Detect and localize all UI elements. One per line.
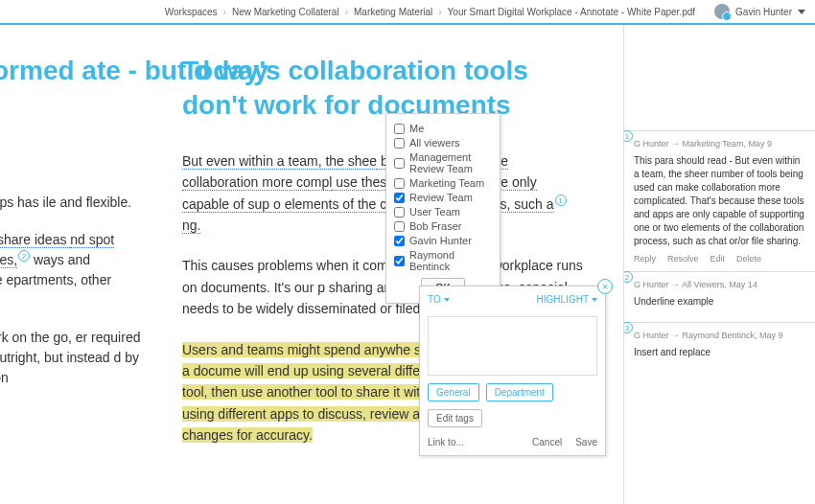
left-column-fragment: l-based apps has ile and flexible. reate… <box>0 193 148 405</box>
save-button[interactable]: Save <box>575 437 597 447</box>
annotation-badge[interactable]: 1 <box>624 130 633 142</box>
comments-sidebar: 1G Hunter → Marketing Team, May 9This pa… <box>623 25 815 504</box>
underlined-text[interactable]: reate and share ideas <box>0 232 70 248</box>
chevron-down-icon <box>798 10 805 14</box>
close-icon[interactable]: × <box>597 279 613 294</box>
comment-body: Underline example <box>634 295 805 309</box>
reviewer-checkbox[interactable] <box>394 193 405 203</box>
heading-left-fragment: nsformed ate - but d way <box>0 54 268 88</box>
reviewer-checkbox[interactable] <box>394 221 405 232</box>
edit-tags-button[interactable]: Edit tags <box>428 409 482 427</box>
reviewer-option[interactable]: Raymond Bentinck <box>394 249 492 272</box>
breadcrumb-item[interactable]: Marketing Material <box>354 7 432 17</box>
link-to-button[interactable]: Link to... <box>428 437 464 447</box>
breadcrumb-item[interactable]: New Marketing Collateral <box>232 7 339 17</box>
reviewer-label: Management Review Team <box>409 151 492 174</box>
to-dropdown[interactable]: TO <box>428 294 450 305</box>
comment-item[interactable]: 1G Hunter → Marketing Team, May 9This pa… <box>624 130 815 271</box>
chevron-down-icon <box>592 298 597 302</box>
breadcrumbs: Workspaces›New Marketing Collateral›Mark… <box>10 7 714 17</box>
text: l-based apps has <box>0 195 43 210</box>
comment-action-reply[interactable]: Reply <box>634 254 656 263</box>
reviewer-label: All viewers <box>409 137 460 149</box>
reviewer-option[interactable]: Gavin Hunter <box>394 235 492 246</box>
annotation-badge[interactable]: 3 <box>624 322 633 333</box>
breadcrumb-item[interactable]: Workspaces <box>165 7 218 17</box>
reviewer-label: Bob Fraser <box>409 220 461 232</box>
tag-department[interactable]: Department <box>486 383 553 401</box>
comment-item[interactable]: 3G Hunter → Raymond Bentinck, May 9Inser… <box>624 322 815 373</box>
annotation-popup: × TO HIGHLIGHT General Department Edit t… <box>419 286 606 456</box>
annotation-textarea[interactable] <box>428 316 597 376</box>
tag-general[interactable]: General <box>428 383 479 401</box>
annotation-badge[interactable]: 2 <box>18 250 30 262</box>
text: es can work on the go, er required to sp… <box>0 328 148 388</box>
user-name: Gavin Hunter <box>735 7 792 17</box>
comment-body: Insert and replace <box>634 346 805 359</box>
underlined-text[interactable]: But even within a team, the shee <box>182 153 377 170</box>
cancel-button[interactable]: Cancel <box>532 437 562 447</box>
top-bar: Workspaces›New Marketing Collateral›Mark… <box>0 0 815 25</box>
reviewer-option[interactable]: Review Team <box>394 192 492 203</box>
comment-actions: ReplyResolveEditDelete <box>634 254 805 263</box>
user-menu[interactable]: Gavin Hunter <box>714 4 805 19</box>
reviewer-label: Me <box>409 123 424 134</box>
comment-action-resolve[interactable]: Resolve <box>667 254 699 263</box>
reviewer-checkbox[interactable] <box>394 256 405 266</box>
comment-action-delete[interactable]: Delete <box>736 254 761 263</box>
reviewer-option[interactable]: Management Review Team <box>394 151 492 174</box>
main: nsformed ate - but d way Today's collabo… <box>0 25 815 504</box>
reviewer-checkbox[interactable] <box>394 207 405 218</box>
comment-item[interactable]: 2G Hunter → All Viewers, May 14Underline… <box>624 271 815 322</box>
reviewers-popup: MeAll viewersManagement Review TeamMarke… <box>385 113 501 304</box>
document-view: nsformed ate - but d way Today's collabo… <box>0 25 623 504</box>
mode-dropdown[interactable]: HIGHLIGHT <box>537 294 597 305</box>
reviewer-checkbox[interactable] <box>394 178 405 189</box>
tag-row: General Department <box>428 383 597 401</box>
breadcrumb-item[interactable]: Your Smart Digital Workplace - Annotate … <box>448 7 695 17</box>
avatar-icon <box>714 4 730 19</box>
reviewer-option[interactable]: Bob Fraser <box>394 220 492 232</box>
text: ile and flexible. <box>43 195 132 210</box>
reviewer-label: Raymond Bentinck <box>409 249 492 272</box>
comment-header: G Hunter → Marketing Team, May 9 <box>634 139 805 149</box>
paragraph-1: But even within a team, the shee being u… <box>182 150 585 237</box>
reviewer-option[interactable]: Marketing Team <box>394 177 492 189</box>
reviewer-label: User Team <box>409 206 460 218</box>
reviewer-label: Gavin Hunter <box>409 235 472 246</box>
comment-header: G Hunter → All Viewers, May 14 <box>634 280 805 289</box>
reviewer-checkbox[interactable] <box>394 158 405 169</box>
chevron-down-icon <box>444 298 450 302</box>
comment-body: This para should read - But even within … <box>634 154 805 248</box>
comment-action-edit[interactable]: Edit <box>710 254 726 263</box>
reviewer-checkbox[interactable] <box>394 236 405 246</box>
reviewer-label: Marketing Team <box>409 177 484 189</box>
reviewer-option[interactable]: All viewers <box>394 137 492 149</box>
reviewer-option[interactable]: User Team <box>394 206 492 218</box>
annotation-badge[interactable]: 2 <box>624 271 633 283</box>
reviewer-label: Review Team <box>409 192 473 203</box>
text: ng. <box>182 218 200 234</box>
reviewer-checkbox[interactable] <box>394 124 405 134</box>
comment-header: G Hunter → Raymond Bentinck, May 9 <box>634 331 805 340</box>
annotation-badge[interactable]: 1 <box>555 195 567 206</box>
reviewer-option[interactable]: Me <box>394 123 492 134</box>
reviewer-checkbox[interactable] <box>394 138 405 149</box>
